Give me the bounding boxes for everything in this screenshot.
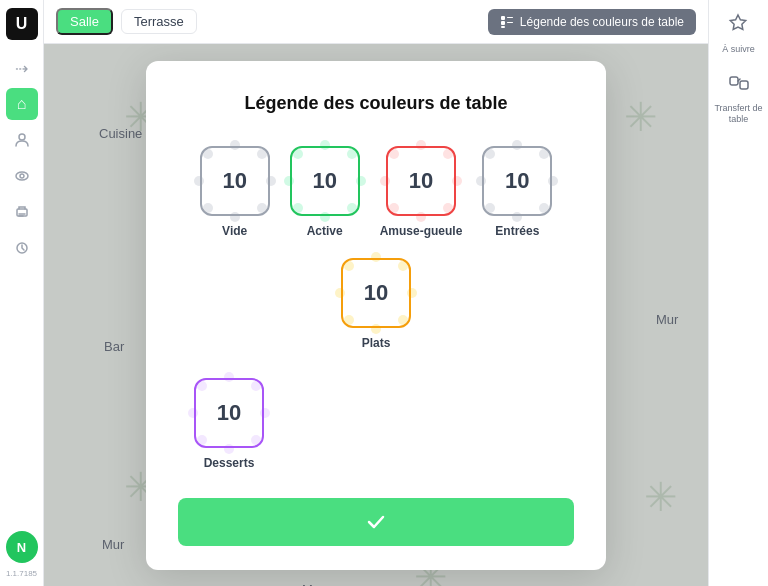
table-shape-active: 10: [290, 146, 360, 216]
table-card-plats: 10 Plats: [341, 258, 411, 350]
table-label-amuse: Amuse-gueule: [380, 224, 463, 238]
print-icon[interactable]: [6, 196, 38, 228]
checkmark-icon: [364, 510, 388, 534]
svg-point-2: [20, 174, 24, 178]
modal-overlay: Légende des couleurs de table: [44, 44, 708, 586]
table-label-active: Active: [307, 224, 343, 238]
svg-point-0: [19, 134, 25, 140]
svg-rect-6: [501, 21, 505, 25]
svg-rect-9: [507, 22, 513, 23]
legend-modal: Légende des couleurs de table: [146, 61, 606, 570]
table-shape-plats: 10: [341, 258, 411, 328]
user-avatar[interactable]: N: [6, 531, 38, 563]
floor-plan: ✳ ✳ ✳ ✳ ✳ ✳ ✳ ✳ Cuisine Mur Bar Mur Mur …: [44, 44, 708, 586]
transfer-icon: [723, 67, 755, 99]
table-shape-entrees: 10: [482, 146, 552, 216]
table-card-entrees: 10 Entrées: [482, 146, 552, 238]
svg-rect-58: [730, 77, 738, 85]
svg-rect-5: [501, 16, 505, 20]
confirm-button[interactable]: [178, 498, 574, 546]
transfer-label: Transfert de table: [713, 103, 764, 125]
follow-icon: [722, 8, 754, 40]
tab-salle[interactable]: Salle: [56, 8, 113, 35]
table-card-amuse: 10 Amuse-gueule: [380, 146, 463, 238]
table-cards-row-1: 10 Vide: [178, 146, 574, 350]
table-card-desserts: 10 Desserts: [194, 378, 264, 470]
table-cards-row-2: 10 Desserts: [178, 378, 574, 470]
tab-terrasse[interactable]: Terrasse: [121, 9, 197, 34]
svg-point-1: [16, 172, 28, 180]
follow-label: À suivre: [722, 44, 755, 55]
eye-icon[interactable]: [6, 160, 38, 192]
version-label: 1.1.7185: [6, 569, 37, 578]
table-label-desserts: Desserts: [204, 456, 255, 470]
table-label-plats: Plats: [362, 336, 391, 350]
menu-icon[interactable]: ⇢: [6, 52, 38, 84]
right-toolbar: À suivre Transfert de table: [708, 0, 768, 586]
svg-rect-8: [507, 17, 513, 18]
modal-title: Légende des couleurs de table: [178, 93, 574, 114]
home-icon[interactable]: ⌂: [6, 88, 38, 120]
svg-rect-7: [501, 26, 505, 28]
app-container: U ⇢ ⌂ N 1.1.7185 Salle Terrasse Légende …: [0, 0, 768, 586]
transfer-tool[interactable]: Transfert de table: [713, 67, 764, 125]
table-card-vide: 10 Vide: [200, 146, 270, 238]
table-card-active: 10 Active: [290, 146, 360, 238]
history-icon[interactable]: [6, 232, 38, 264]
modal-footer: [178, 498, 574, 546]
main-area: Salle Terrasse Légende des couleurs de t…: [44, 0, 708, 586]
table-label-entrees: Entrées: [495, 224, 539, 238]
svg-rect-3: [17, 209, 27, 216]
legend-button[interactable]: Légende des couleurs de table: [488, 9, 696, 35]
svg-rect-59: [740, 81, 748, 89]
follow-tool[interactable]: À suivre: [722, 8, 755, 55]
table-shape-vide: 10: [200, 146, 270, 216]
table-shape-amuse: 10: [386, 146, 456, 216]
table-shape-desserts: 10: [194, 378, 264, 448]
app-logo[interactable]: U: [6, 8, 38, 40]
table-label-vide: Vide: [222, 224, 247, 238]
sidebar: U ⇢ ⌂ N 1.1.7185: [0, 0, 44, 586]
top-bar: Salle Terrasse Légende des couleurs de t…: [44, 0, 708, 44]
person-icon[interactable]: [6, 124, 38, 156]
